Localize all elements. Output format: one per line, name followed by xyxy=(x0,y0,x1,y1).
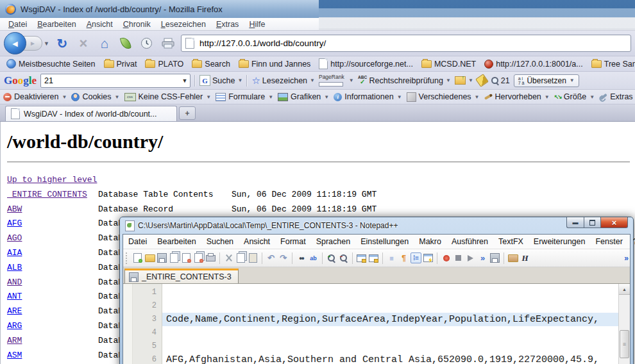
new-tab-button[interactable]: + xyxy=(179,106,196,120)
devbar-css[interactable]: cssKeine CSS-Fehler▼ xyxy=(124,92,212,101)
play-macro-icon[interactable] xyxy=(465,252,476,263)
entry-link[interactable]: ABW xyxy=(7,204,22,214)
close-all-icon[interactable] xyxy=(193,252,204,263)
view-html-icon[interactable]: H xyxy=(520,252,530,263)
entry-link[interactable]: AGO xyxy=(7,233,22,243)
google-search-box[interactable]: ▼ xyxy=(40,74,190,88)
entry-link[interactable]: ALB xyxy=(7,263,22,272)
cut-icon[interactable] xyxy=(223,252,234,263)
entry-link[interactable]: ASM xyxy=(7,351,22,360)
paste-icon[interactable] xyxy=(248,252,258,263)
google-search-button[interactable]: GSuche▼ xyxy=(199,75,242,86)
run-macro-multiple-icon[interactable]: » xyxy=(477,252,488,263)
chevron-down-icon[interactable]: ▼ xyxy=(349,78,354,83)
menu-bearbeiten[interactable]: Bearbeiten xyxy=(33,19,80,29)
devbar-information[interactable]: iInformationen▼ xyxy=(334,92,402,101)
devbar-miscellaneous[interactable]: Verschiedenes▼ xyxy=(407,92,480,102)
devbar-cookies[interactable]: Cookies▼ xyxy=(71,92,119,101)
menu-hilfe[interactable]: Hilfe xyxy=(244,19,269,29)
text-content[interactable]: Code,Name,Continent,Region,SurfaceArea,I… xyxy=(162,284,630,364)
npp-menu-ausfuehren[interactable]: Ausführen xyxy=(446,236,493,247)
print-icon[interactable] xyxy=(205,252,216,263)
translate-button[interactable]: a i7 äÜbersetzen▼ xyxy=(514,74,579,87)
npp-menu-bearbeiten[interactable]: Bearbeiten xyxy=(152,236,201,247)
new-file-icon[interactable] xyxy=(132,252,143,263)
record-macro-icon[interactable] xyxy=(441,252,452,263)
npp-menu-help[interactable]: ? xyxy=(628,236,635,247)
restore-button[interactable] xyxy=(584,217,601,228)
doc-switcher-icon[interactable] xyxy=(507,252,518,263)
indent-guide-icon[interactable]: ⁞≡ xyxy=(411,252,421,263)
entry-link[interactable]: AFG xyxy=(7,219,22,228)
replace-icon[interactable]: ab xyxy=(308,252,319,263)
history-clock-button[interactable] xyxy=(139,35,155,52)
entry-link[interactable]: ENTIRE CONTENTS xyxy=(7,190,87,199)
devbar-disable[interactable]: Deaktivieren▼ xyxy=(3,92,67,101)
pagerank-indicator[interactable]: PageRank xyxy=(319,74,344,87)
highlight-button[interactable] xyxy=(477,76,487,85)
entry-link[interactable]: ANT xyxy=(7,292,22,301)
save-all-icon[interactable] xyxy=(169,252,180,263)
menu-lesezeichen[interactable]: Lesezeichen xyxy=(157,19,210,29)
npp-menu-makro[interactable]: Makro xyxy=(414,236,446,247)
devbar-images[interactable]: Grafiken▼ xyxy=(278,92,329,101)
scroll-up-icon[interactable]: ▲ xyxy=(619,284,630,295)
bookmark-most-visited[interactable]: Meistbesuchte Seiten xyxy=(4,58,98,69)
function-completion-icon[interactable] xyxy=(423,252,434,263)
entry-link[interactable]: ARM xyxy=(7,336,22,345)
menu-chronik[interactable]: Chronik xyxy=(119,19,155,29)
close-file-icon[interactable] xyxy=(181,252,192,263)
npp-menu-sprachen[interactable]: Sprachen xyxy=(311,236,356,247)
sync-horizontal-icon[interactable] xyxy=(368,252,379,263)
minimize-button[interactable]: ▬ xyxy=(566,217,584,228)
bookmark-folder-mcsd[interactable]: MCSD.NET xyxy=(419,59,478,69)
find-icon[interactable]: ●● xyxy=(296,252,307,263)
npp-menu-datei[interactable]: Datei xyxy=(123,236,152,247)
bookmark-localhost[interactable]: http://127.0.0.1:8001/a... xyxy=(482,59,586,69)
scrollbar-thumb[interactable]: ≡ xyxy=(620,330,629,358)
npp-menu-textfx[interactable]: TextFX xyxy=(493,236,529,247)
npp-menu-format[interactable]: Format xyxy=(275,236,311,247)
entry-link[interactable]: AND xyxy=(7,277,22,287)
npp-menu-ansicht[interactable]: Ansicht xyxy=(239,236,275,247)
back-button[interactable]: ◄ xyxy=(4,32,26,54)
vertical-scrollbar[interactable]: ▲ ≡ xyxy=(618,284,630,364)
word-wrap-icon[interactable]: ≡ xyxy=(386,252,397,263)
devbar-outline[interactable]: Hervorheben▼ xyxy=(484,92,550,101)
save-icon[interactable] xyxy=(157,252,167,263)
close-button[interactable]: × xyxy=(601,217,628,228)
npp-menu-erweiterungen[interactable]: Erweiterungen xyxy=(529,236,591,247)
spellcheck-button[interactable]: ABC✓Rechtschreibprüfung▼ xyxy=(358,76,451,85)
google-search-input[interactable] xyxy=(41,76,180,86)
stop-button[interactable]: × xyxy=(75,35,92,52)
entry-link[interactable]: ARG xyxy=(7,321,22,331)
up-to-higher-level-link[interactable]: Up to higher level xyxy=(7,175,97,185)
save-macro-icon[interactable] xyxy=(489,252,500,263)
bookmark-folder-search[interactable]: Search xyxy=(189,59,233,69)
menu-datei[interactable]: Datei xyxy=(4,19,31,29)
home-button[interactable]: ⌂ xyxy=(96,35,113,52)
feed-leaf-button[interactable] xyxy=(117,35,134,52)
bookmark-folder-finn[interactable]: Finn und Jannes xyxy=(236,59,313,69)
print-button[interactable] xyxy=(160,35,176,52)
bookmark-folder-tree-samples[interactable]: Tree Samples xyxy=(589,59,635,69)
npp-menu-fenster[interactable]: Fenster xyxy=(590,236,627,247)
devbar-forms[interactable]: Formulare▼ xyxy=(216,92,273,101)
entry-link[interactable]: AIA xyxy=(7,248,22,258)
menu-extras[interactable]: Extras xyxy=(212,19,243,29)
url-bar[interactable] xyxy=(181,35,631,52)
stop-macro-icon[interactable] xyxy=(453,252,464,263)
redo-icon[interactable]: ↷ xyxy=(278,252,289,263)
menu-ansicht[interactable]: Ansicht xyxy=(82,19,117,29)
notepad-titlebar[interactable]: C:\Users\Martin\AppData\Local\Temp\_ENTI… xyxy=(123,217,631,234)
toolbar-overflow-icon[interactable]: » xyxy=(624,254,629,263)
word-find-button[interactable]: 21 xyxy=(491,76,510,85)
zoom-in-icon[interactable]: + xyxy=(326,252,337,263)
entry-link[interactable]: ARE xyxy=(7,306,22,316)
search-history-dropdown-icon[interactable]: ▼ xyxy=(180,78,190,84)
bookmark-sourceforge[interactable]: http://sourceforge.net... xyxy=(316,58,416,70)
bookmark-folder-plato[interactable]: PLATO xyxy=(142,59,186,69)
history-dropdown-icon[interactable]: ▼ xyxy=(44,40,49,47)
url-input[interactable] xyxy=(198,38,627,49)
active-tab[interactable]: WsgiDAV - Index of /world-db/count... xyxy=(5,106,177,121)
